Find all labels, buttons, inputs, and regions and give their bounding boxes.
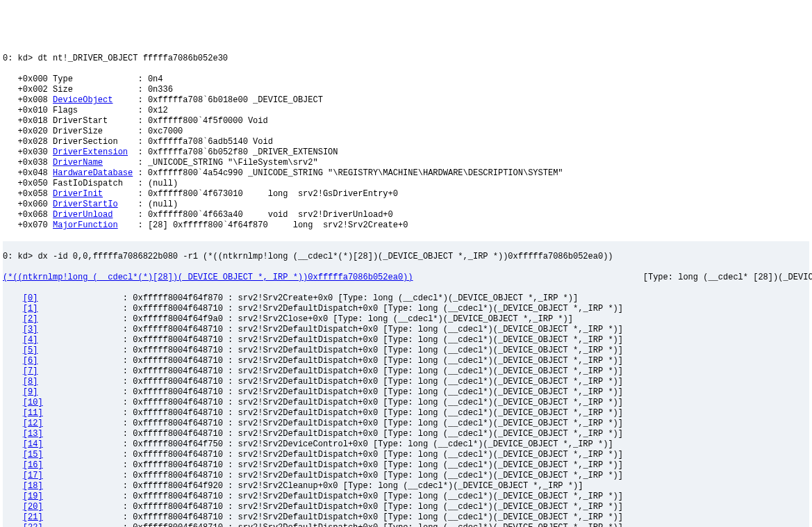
field-separator: :	[138, 147, 147, 157]
dx-index-link[interactable]: [6]	[23, 356, 38, 366]
dx-entry-address: 0xfffff8004f648710	[133, 471, 223, 480]
dx-entry-address: 0xfffff8004f64f750	[133, 439, 223, 449]
dx-entry-type: [Type: long (__cdecl*)(_DEVICE_OBJECT *,…	[333, 314, 573, 324]
dt-field-row: +0x070 MajorFunction : [28] 0xfffff800`4…	[3, 220, 809, 231]
dx-index-link[interactable]: [12]	[23, 419, 43, 428]
field-name[interactable]: DriverInit	[53, 189, 103, 199]
field-value: 0x12	[148, 106, 168, 115]
field-name[interactable]: HardwareDatabase	[53, 168, 133, 178]
field-name[interactable]: DriverUnload	[53, 210, 113, 220]
dx-index-link[interactable]: [19]	[23, 492, 43, 501]
dt-field-row: +0x058 DriverInit : 0xfffff800`4f673010 …	[3, 189, 809, 200]
dx-index-link[interactable]: [5]	[23, 346, 38, 355]
field-name[interactable]: DriverName	[53, 158, 103, 168]
field-name: DriverSection	[53, 137, 118, 147]
dx-entry-address: 0xfffff8004f648710	[133, 366, 223, 376]
dx-index-link[interactable]: [4]	[23, 335, 38, 345]
field-name[interactable]: DriverExtension	[53, 147, 128, 157]
field-name: Size	[53, 85, 73, 95]
field-separator: :	[138, 74, 147, 84]
field-offset: +0x020	[18, 127, 48, 136]
field-name[interactable]: MajorFunction	[53, 220, 118, 230]
dx-index-link[interactable]: [17]	[23, 471, 43, 480]
field-offset: +0x060	[18, 200, 48, 209]
dx-index-link[interactable]: [14]	[23, 439, 43, 449]
field-separator: :	[138, 127, 147, 136]
field-separator: :	[138, 220, 147, 230]
dx-index-link[interactable]: [9]	[23, 387, 38, 397]
dx-entry-address: 0xfffff8004f648710	[133, 429, 223, 439]
field-name: Flags	[53, 106, 78, 115]
dx-entry-type: [Type: long (__cdecl*)(_DEVICE_OBJECT *,…	[383, 387, 623, 397]
dx-entry-type: [Type: long (__cdecl*)(_DEVICE_OBJECT *,…	[338, 293, 579, 303]
dt-field-row: +0x038 DriverName : _UNICODE_STRING "\Fi…	[3, 158, 809, 168]
dx-index-link[interactable]: [7]	[23, 366, 38, 376]
dx-index-link[interactable]: [11]	[23, 408, 43, 418]
dx-entry-type: [Type: long (__cdecl*)(_DEVICE_OBJECT *,…	[383, 512, 623, 522]
dx-header-expr-link[interactable]: (*((ntkrnlmp!long (__cdecl*(*)[28])(_DEV…	[3, 273, 413, 282]
dx-entry-symbol: srv2!Srv2DefaultDispatch+0x0	[238, 419, 378, 428]
dx-entry-symbol: srv2!Srv2DefaultDispatch+0x0	[238, 325, 378, 334]
dx-index-link[interactable]: [2]	[23, 314, 38, 324]
dt-field-row: +0x000 Type : 0n4	[3, 74, 809, 85]
field-name[interactable]: DriverStartIo	[53, 200, 118, 209]
dx-index-link[interactable]: [0]	[23, 293, 38, 303]
dx-entry-row: [0] : 0xfffff8004f64f870 : srv2!Srv2Crea…	[3, 293, 809, 304]
dt-field-row: +0x008 DeviceObject : 0xfffffa708`6b018e…	[3, 95, 809, 106]
dx-entry-address: 0xfffff8004f648710	[133, 460, 223, 470]
field-name: Type	[53, 74, 73, 84]
dx-index-link[interactable]: [18]	[23, 481, 43, 491]
dx-index-link[interactable]: [13]	[23, 429, 43, 439]
dx-entry-symbol: srv2!Srv2Create+0x0	[238, 293, 333, 303]
dx-entry-address: 0xfffff8004f64f870	[133, 293, 223, 303]
field-name[interactable]: DeviceObject	[53, 95, 113, 105]
dx-entry-type: [Type: long (__cdecl*)(_DEVICE_OBJECT *,…	[383, 408, 623, 418]
dx-entry-type: [Type: long (__cdecl*)(_DEVICE_OBJECT *,…	[383, 304, 623, 314]
dx-entry-symbol: srv2!Srv2DefaultDispatch+0x0	[238, 492, 378, 501]
dx-entry-row: [2] : 0xfffff8004f64f9a0 : srv2!Srv2Clos…	[3, 314, 809, 325]
dx-entry-row: [13] : 0xfffff8004f648710 : srv2!Srv2Def…	[3, 429, 809, 439]
dx-index-link[interactable]: [16]	[23, 460, 43, 470]
dx-entry-address: 0xfffff8004f648710	[133, 492, 223, 501]
field-offset: +0x002	[18, 85, 48, 95]
dx-entry-address: 0xfffff8004f648710	[133, 387, 223, 397]
dx-entry-row: [3] : 0xfffff8004f648710 : srv2!Srv2Defa…	[3, 325, 809, 335]
dx-index-link[interactable]: [10]	[23, 398, 43, 407]
dx-entry-type: [Type: long (__cdecl*)(_DEVICE_OBJECT *,…	[383, 523, 623, 527]
dx-entry-symbol: srv2!Srv2DefaultDispatch+0x0	[238, 502, 378, 512]
dt-field-row: +0x060 DriverStartIo : (null)	[3, 200, 809, 210]
field-offset: +0x000	[18, 74, 48, 84]
field-name: FastIoDispatch	[53, 179, 123, 188]
field-value: 0xfffffa708`6b018e00 _DEVICE_OBJECT	[148, 95, 323, 105]
dx-index-link[interactable]: [3]	[23, 325, 38, 334]
field-offset: +0x070	[18, 220, 48, 230]
dx-index-link[interactable]: [1]	[23, 304, 38, 314]
dt-fields: +0x000 Type : 0n4 +0x002 Size : 0n336 +0…	[3, 74, 809, 231]
field-value: [28] 0xfffff800`4f64f870 long srv2!Srv2C…	[148, 220, 408, 230]
field-offset: +0x048	[18, 168, 48, 178]
dx-entry-row: [1] : 0xfffff8004f648710 : srv2!Srv2Defa…	[3, 304, 809, 314]
field-separator: :	[138, 179, 147, 188]
dx-index-link[interactable]: [21]	[23, 512, 43, 522]
field-offset: +0x050	[18, 179, 48, 188]
dx-entry-address: 0xfffff8004f648710	[133, 346, 223, 355]
dx-entry-address: 0xfffff8004f648710	[133, 398, 223, 407]
dx-index-link[interactable]: [15]	[23, 450, 43, 460]
field-value: 0n336	[148, 85, 173, 95]
field-value: (null)	[148, 200, 178, 209]
dx-entry-address: 0xfffff8004f648710	[133, 523, 223, 527]
dx-entry-row: [12] : 0xfffff8004f648710 : srv2!Srv2Def…	[3, 419, 809, 429]
dx-entry-type: [Type: long (__cdecl*)(_DEVICE_OBJECT *,…	[383, 502, 623, 512]
dx-entry-symbol: srv2!Srv2DefaultDispatch+0x0	[238, 398, 378, 407]
dx-entry-row: [7] : 0xfffff8004f648710 : srv2!Srv2Defa…	[3, 366, 809, 377]
dt-field-row: +0x028 DriverSection : 0xfffffa708`6adb5…	[3, 137, 809, 147]
dx-entry-type: [Type: long (__cdecl*)(_DEVICE_OBJECT *,…	[383, 429, 623, 439]
dx-entry-symbol: srv2!Srv2DefaultDispatch+0x0	[238, 346, 378, 355]
dx-index-link[interactable]: [22]	[23, 523, 43, 527]
dx-entry-row: [5] : 0xfffff8004f648710 : srv2!Srv2Defa…	[3, 346, 809, 356]
dx-index-link[interactable]: [8]	[23, 377, 38, 387]
dx-entry-address: 0xfffff8004f648710	[133, 335, 223, 345]
field-separator: :	[138, 85, 147, 95]
dx-index-link[interactable]: [20]	[23, 502, 43, 512]
dt-field-row: +0x002 Size : 0n336	[3, 85, 809, 95]
